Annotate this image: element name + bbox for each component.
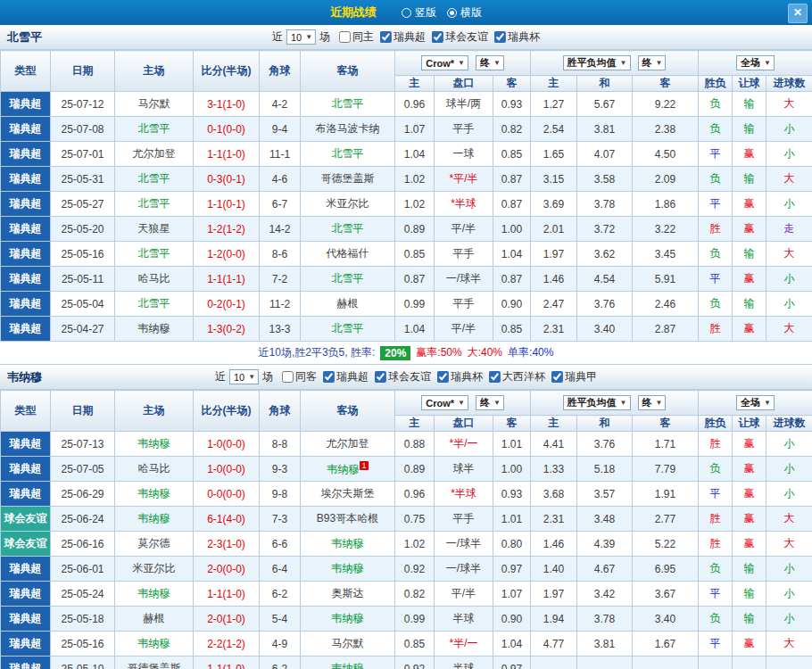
avg-home-cell: 1.94 (531, 607, 577, 632)
avg-home-cell: 4.41 (531, 432, 577, 457)
home-team-cell: 韦纳穆 (115, 507, 194, 532)
league-filter[interactable]: 瑞典超 (380, 29, 426, 45)
avg-final-value: 终 (642, 396, 652, 409)
league-checkbox[interactable] (380, 31, 392, 43)
league-checkbox[interactable] (437, 371, 449, 383)
avg-away-cell: 7.79 (633, 457, 699, 482)
avg-away-cell (633, 657, 699, 669)
odds-company-select[interactable]: Crow* ▼ (421, 55, 468, 70)
odds-final-select[interactable]: 终 ▼ (476, 55, 504, 70)
date-cell: 25-07-01 (51, 142, 115, 167)
away-team-cell: 韦纳穆1 (301, 457, 395, 482)
goals-cell: 小 (766, 292, 812, 317)
league-filter[interactable]: 大西洋杯 (489, 369, 545, 384)
handicap-cell: 平手 (435, 507, 493, 532)
avg-home-cell: 3.69 (531, 192, 577, 217)
odds-home-cell: 0.75 (395, 507, 435, 532)
corner-cell: 11-2 (260, 292, 301, 317)
league-type-cell: 瑞典超 (1, 142, 51, 167)
handicap-cell: *半/一 (435, 432, 493, 457)
result-cell: 负 (699, 92, 733, 117)
league-checkbox[interactable] (494, 31, 506, 43)
league-filter[interactable]: 同主 (339, 29, 374, 45)
league-checkbox[interactable] (432, 31, 443, 43)
league-filter[interactable]: 同客 (282, 369, 317, 384)
handicap-result-cell: 输 (733, 167, 766, 192)
league-filter[interactable]: 球会友谊 (375, 369, 431, 384)
league-filter[interactable]: 瑞典杯 (494, 29, 540, 45)
handicap-result-cell: 输 (733, 607, 766, 632)
handicap-cell: 平/半 (435, 582, 493, 607)
avg-select[interactable]: 胜平负均值 ▼ (563, 395, 631, 410)
odds-away-cell: 0.90 (493, 292, 531, 317)
away-team: 赫根 (337, 297, 359, 310)
handicap-cell: 平手 (435, 117, 493, 142)
avg-away-cell: 4.50 (633, 142, 699, 167)
odds-away-cell: 0.80 (493, 532, 531, 557)
result-cell: 平 (699, 192, 733, 217)
avg-draw-cell: 3.81 (577, 117, 633, 142)
handicap-cell: 平手 (435, 292, 493, 317)
handicap-result-cell: 输 (733, 557, 766, 582)
league-checkbox[interactable] (551, 371, 563, 383)
odds-away-cell: 0.93 (493, 482, 531, 507)
home-team-cell: 韦纳穆 (115, 482, 194, 507)
games-label: 场 (262, 369, 273, 384)
subcol-odds-home: 主 (395, 76, 435, 92)
odds-home-cell: 0.99 (395, 607, 435, 632)
avg-draw-cell: 4.39 (577, 532, 633, 557)
score-cell: 1-2(0-0) (194, 242, 260, 267)
date-cell: 25-06-16 (51, 532, 115, 557)
avg-home-cell: 2.31 (531, 317, 577, 342)
avg-draw-cell: 3.72 (577, 217, 633, 242)
layout-option-vertical[interactable]: 竖版 (402, 5, 436, 21)
avg-draw-cell: 3.40 (577, 317, 633, 342)
goals-cell: 大 (766, 167, 812, 192)
handicap-cell: 一/球半 (435, 267, 493, 292)
avg-draw-cell: 4.54 (577, 267, 633, 292)
goals-cell: 大 (766, 532, 812, 557)
scope-select[interactable]: 全场 ▼ (736, 55, 775, 70)
match-count-select[interactable]: 10 ▼ (229, 369, 259, 384)
result-cell: 平 (699, 632, 733, 657)
radio-icon (402, 8, 411, 18)
avg-final-select[interactable]: 终 ▼ (638, 55, 667, 70)
summary-text: 近10场,胜2平3负5, 胜率: (259, 345, 376, 360)
handicap-cell: 平/半 (435, 217, 493, 242)
match-row: 瑞典超 25-07-01 尤尔加登 1-1(1-0) 11-1 北雪平 1.04… (1, 142, 812, 167)
close-icon[interactable]: ✕ (788, 4, 808, 23)
league-type-cell: 瑞典超 (1, 432, 51, 457)
goals-cell: 小 (766, 582, 812, 607)
goals-cell: 大 (766, 632, 812, 657)
avg-select[interactable]: 胜平负均值 ▼ (563, 55, 631, 70)
odds-company-select[interactable]: Crow* ▼ (421, 395, 468, 410)
scope-select[interactable]: 全场 ▼ (736, 395, 775, 410)
sections-container: 北雪平 近 10 ▼ 场 同主 瑞典超 球会友谊 瑞典杯 (0, 25, 812, 669)
odds-away-cell: 1.04 (493, 632, 531, 657)
league-filter[interactable]: 瑞典杯 (437, 369, 483, 384)
league-filter[interactable]: 瑞典超 (323, 369, 369, 384)
home-team: 韦纳穆 (138, 512, 170, 524)
league-checkbox[interactable] (375, 371, 386, 383)
league-checkbox[interactable] (489, 371, 501, 383)
odds-home-cell: 0.82 (395, 582, 435, 607)
corner-cell: 14-2 (260, 217, 301, 242)
date-cell: 25-05-10 (51, 657, 115, 669)
league-checkbox[interactable] (323, 371, 335, 383)
odds-home-cell: 1.07 (395, 117, 435, 142)
away-team-cell: 北雪平 (301, 217, 395, 242)
league-checkbox[interactable] (339, 31, 351, 43)
avg-final-select[interactable]: 终 ▼ (638, 395, 667, 410)
league-filter[interactable]: 瑞典甲 (551, 369, 597, 384)
odds-home-cell: 1.04 (395, 142, 435, 167)
match-count-select[interactable]: 10 ▼ (286, 29, 316, 45)
league-checkbox[interactable] (282, 371, 294, 383)
home-team-cell: 天狼星 (115, 217, 194, 242)
league-type-cell: 瑞典超 (1, 607, 51, 632)
league-filter[interactable]: 球会友谊 (432, 29, 488, 45)
corner-cell: 13-3 (260, 317, 301, 342)
score-cell: 2-0(0-0) (194, 557, 260, 582)
odds-final-select[interactable]: 终 ▼ (476, 395, 504, 410)
avg-header-group: 胜平负均值 ▼ 终 ▼ (531, 391, 699, 416)
layout-option-horizontal[interactable]: 横版 (447, 5, 482, 21)
